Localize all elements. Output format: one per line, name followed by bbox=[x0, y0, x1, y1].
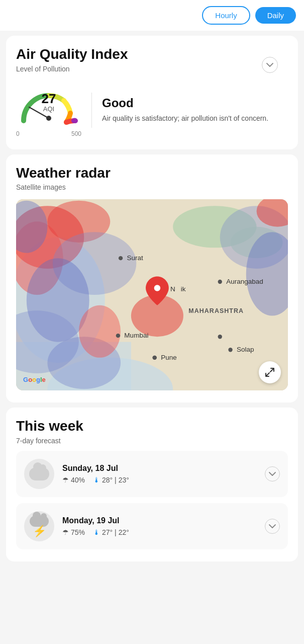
monday-rain-value: 75% bbox=[71, 528, 85, 536]
thunder-icon: ⚡ bbox=[27, 514, 52, 539]
map-expand-button[interactable] bbox=[259, 361, 281, 383]
forecast-item-sunday[interactable]: Sunday, 18 Jul ☂ 40% 🌡 28° | 23° bbox=[16, 451, 288, 497]
sunday-rain-value: 40% bbox=[71, 476, 85, 484]
gauge-value: 27 bbox=[42, 92, 56, 105]
gauge-unit: AQI bbox=[42, 105, 56, 113]
gauge-min: 0 bbox=[16, 130, 20, 137]
svg-point-36 bbox=[154, 285, 160, 291]
aqi-section: Air Quality Index Level of Pollution bbox=[6, 36, 298, 149]
svg-text:Aurangabad: Aurangabad bbox=[226, 278, 263, 285]
rain-icon: ☂ bbox=[62, 476, 69, 484]
aqi-status-desc: Air quality is satisfactory; air polluti… bbox=[102, 113, 268, 124]
temp-icon: 🌡 bbox=[93, 476, 100, 484]
gauge-center: 27 AQI bbox=[42, 92, 56, 113]
bottom-spacer bbox=[16, 549, 288, 557]
google-logo: Google bbox=[23, 376, 46, 383]
svg-text:Pune: Pune bbox=[161, 354, 177, 361]
sunday-label: Sunday, 18 Jul bbox=[62, 464, 261, 473]
radar-subtitle: Satellite images bbox=[16, 183, 288, 191]
monday-label: Monday, 19 Jul bbox=[62, 516, 261, 525]
svg-text:Solap: Solap bbox=[237, 346, 254, 354]
bolt-icon: ⚡ bbox=[33, 525, 46, 538]
svg-point-19 bbox=[79, 305, 121, 358]
forecast-section: This week 7-day forecast Sunday, 18 Jul … bbox=[6, 408, 298, 561]
aqi-header: Air Quality Index Level of Pollution bbox=[16, 46, 288, 73]
sunday-info: Sunday, 18 Jul ☂ 40% 🌡 28° | 23° bbox=[62, 464, 261, 484]
temp-icon-2: 🌡 bbox=[93, 528, 100, 536]
cloud-icon bbox=[29, 467, 49, 480]
aqi-collapse-button[interactable] bbox=[262, 57, 278, 73]
radar-header: Weather radar Satellite images bbox=[16, 165, 288, 192]
monday-rain: ☂ 75% bbox=[62, 528, 85, 536]
svg-point-26 bbox=[116, 334, 120, 338]
aqi-subtitle: Level of Pollution bbox=[16, 65, 288, 73]
svg-point-21 bbox=[119, 256, 123, 260]
top-bar: Hourly Daily bbox=[0, 0, 304, 31]
svg-point-33 bbox=[218, 335, 222, 339]
forecast-subtitle: 7-day forecast bbox=[16, 437, 288, 445]
svg-text:Surat: Surat bbox=[127, 255, 144, 262]
sunday-temp-value: 28° | 23° bbox=[102, 476, 129, 484]
aqi-gauge-wrapper: 27 AQI 0 500 bbox=[16, 83, 81, 137]
svg-point-34 bbox=[153, 356, 157, 360]
aqi-title: Air Quality Index bbox=[16, 46, 288, 63]
svg-point-23 bbox=[218, 280, 222, 284]
svg-text:MAHARASHTRA: MAHARASHTRA bbox=[188, 308, 244, 315]
sunday-expand-button[interactable] bbox=[265, 466, 280, 481]
radar-map[interactable]: Surat Aurangabad MAHARASHTRA Mumbai Pune… bbox=[16, 199, 288, 390]
aqi-divider bbox=[91, 93, 92, 128]
aqi-status-label: Good bbox=[102, 96, 268, 110]
hourly-button[interactable]: Hourly bbox=[202, 6, 250, 25]
forecast-item-monday[interactable]: ⚡ Monday, 19 Jul ☂ 75% 🌡 27° | 22° bbox=[16, 503, 288, 549]
svg-point-30 bbox=[228, 348, 232, 352]
daily-button[interactable]: Daily bbox=[255, 7, 296, 24]
gauge-max: 500 bbox=[71, 130, 81, 137]
sunday-temp: 🌡 28° | 23° bbox=[93, 476, 129, 484]
svg-text:N: N bbox=[170, 285, 175, 293]
monday-expand-button[interactable] bbox=[265, 519, 280, 534]
aqi-content: 27 AQI 0 500 Good Air quality is satisfa… bbox=[16, 83, 288, 137]
forecast-header: This week 7-day forecast bbox=[16, 418, 288, 445]
monday-temp: 🌡 27° | 22° bbox=[93, 528, 129, 536]
radar-title: Weather radar bbox=[16, 165, 288, 182]
gauge-range: 0 500 bbox=[16, 130, 81, 137]
rain-icon-2: ☂ bbox=[62, 528, 69, 536]
svg-point-1 bbox=[46, 116, 51, 121]
forecast-title: This week bbox=[16, 418, 288, 435]
monday-info: Monday, 19 Jul ☂ 75% 🌡 27° | 22° bbox=[62, 516, 261, 536]
monday-details: ☂ 75% 🌡 27° | 22° bbox=[62, 528, 261, 536]
sunday-details: ☂ 40% 🌡 28° | 23° bbox=[62, 476, 261, 484]
map-visualization: Surat Aurangabad MAHARASHTRA Mumbai Pune… bbox=[16, 199, 288, 390]
sunday-weather-icon bbox=[24, 459, 54, 489]
svg-text:Mumbai: Mumbai bbox=[124, 332, 148, 339]
svg-text:ik: ik bbox=[181, 285, 186, 293]
sunday-rain: ☂ 40% bbox=[62, 476, 85, 484]
monday-temp-value: 27° | 22° bbox=[102, 528, 129, 536]
aqi-info: Good Air quality is satisfactory; air po… bbox=[102, 96, 268, 124]
monday-weather-icon: ⚡ bbox=[24, 511, 54, 541]
weather-radar-section: Weather radar Satellite images bbox=[6, 154, 298, 403]
